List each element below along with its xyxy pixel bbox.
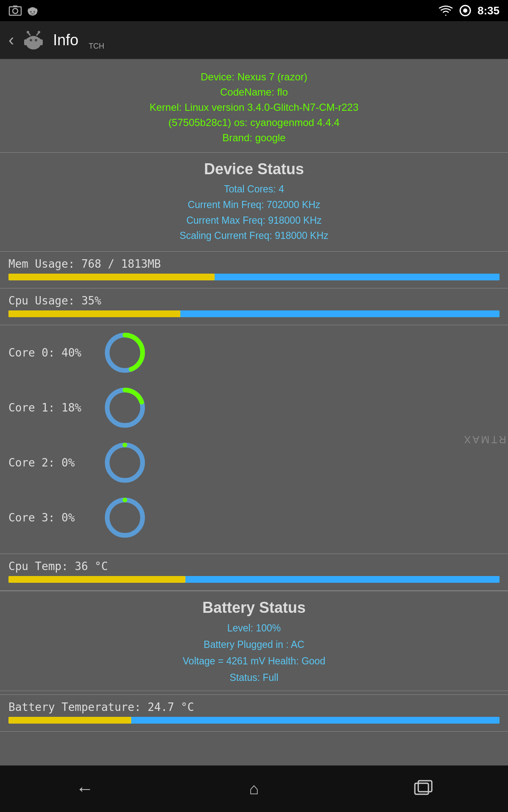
device-status-header: Device Status Total Cores: 4 Current Min…	[0, 153, 508, 252]
status-time: 8:35	[478, 4, 500, 17]
battery-level: Level: 100%	[0, 620, 508, 636]
svg-point-18	[27, 31, 29, 33]
top-bar: ‹ Info TCH	[0, 21, 508, 59]
svg-point-6	[30, 11, 32, 13]
sync-icon	[459, 4, 472, 17]
core-row-0: Core 0: 40%	[8, 329, 500, 376]
svg-point-19	[38, 31, 40, 33]
svg-rect-30	[415, 783, 428, 794]
status-left-icons	[8, 5, 39, 16]
svg-rect-21	[40, 39, 43, 45]
cpu-usage-section: Cpu Usage: 35%	[0, 288, 508, 325]
cores-container: Core 0: 40% Core 1: 18% Core 2: 0%	[8, 329, 500, 541]
home-nav-button[interactable]: ⌂	[237, 772, 271, 806]
cpu-usage-label: Cpu Usage: 35%	[8, 294, 500, 307]
battery-status-title: Battery Status	[0, 599, 508, 617]
svg-point-15	[35, 39, 37, 41]
status-bar: 8:35	[0, 0, 508, 21]
page-title: Info	[53, 31, 78, 49]
mem-usage-section: Mem Usage: 768 / 1813MB	[0, 252, 508, 288]
battery-plugged: Battery Plugged in : AC	[0, 636, 508, 653]
device-line1: Device: Nexus 7 (razor)	[8, 69, 500, 85]
core-ring-3	[102, 494, 148, 541]
core-label-2: Core 2: 0%	[8, 456, 102, 469]
cpu-usage-bar	[8, 310, 500, 317]
svg-point-7	[33, 11, 35, 13]
device-line2: CodeName: flo	[8, 85, 500, 100]
back-button[interactable]: ‹	[8, 30, 14, 49]
status-right-icons: 8:35	[439, 4, 500, 17]
battery-temp-label: Battery Temperature: 24.7 °C	[8, 701, 500, 713]
battery-status-header: Battery Status Level: 100% Battery Plugg…	[0, 591, 508, 694]
battery-temp-section: Battery Temperature: 24.7 °C	[0, 695, 508, 732]
max-freq: Current Max Freq: 918000 KHz	[0, 213, 508, 228]
smartmax-label: SMARTMAX	[462, 433, 508, 445]
cpu-temp-label: Cpu Temp: 36 °C	[8, 560, 500, 573]
mem-usage-label: Mem Usage: 768 / 1813MB	[8, 258, 500, 270]
core-row-2: Core 2: 0%	[8, 439, 500, 486]
total-cores: Total Cores: 4	[0, 181, 508, 197]
cat-icon	[26, 5, 39, 16]
svg-rect-13	[26, 38, 41, 46]
device-line5: Brand: google	[8, 130, 500, 145]
cpu-temp-bar	[8, 576, 500, 583]
mem-usage-bar	[8, 274, 500, 280]
device-line4: (57505b28c1) os: cyanogenmod 4.4.4	[8, 115, 500, 130]
svg-point-14	[30, 39, 32, 41]
core-label-0: Core 0: 40%	[8, 346, 102, 359]
bottom-spacer	[0, 732, 508, 749]
svg-point-28	[107, 500, 143, 535]
svg-rect-20	[24, 39, 27, 45]
android-icon	[22, 28, 45, 52]
core-ring-0	[102, 329, 148, 376]
min-freq: Current Min Freq: 702000 KHz	[0, 197, 508, 213]
svg-point-11	[463, 8, 467, 13]
main-content: Device: Nexus 7 (razor) CodeName: flo Ke…	[0, 59, 508, 765]
screenshot-icon	[8, 5, 22, 16]
core-ring-1	[102, 384, 148, 431]
battery-voltage: Voltage = 4261 mV Health: Good	[0, 653, 508, 669]
core-label-3: Core 3: 0%	[8, 511, 102, 524]
device-line3: Kernel: Linux version 3.4.0-Glitch-N7-CM…	[8, 100, 500, 115]
tch-label: TCH	[88, 42, 104, 51]
svg-rect-31	[418, 781, 432, 792]
core-row-1: Core 1: 18%	[8, 384, 500, 431]
wifi-icon	[439, 5, 453, 16]
core-row-3: Core 3: 0%	[8, 494, 500, 541]
core-ring-2	[102, 439, 148, 486]
battery-status-text: Status: Full	[0, 669, 508, 686]
svg-point-1	[13, 8, 18, 14]
battery-temp-bar	[8, 717, 500, 724]
recent-nav-button[interactable]	[406, 772, 440, 806]
device-status-title: Device Status	[0, 160, 508, 178]
device-info-section: Device: Nexus 7 (razor) CodeName: flo Ke…	[0, 59, 508, 153]
scaling-freq: Scaling Current Freq: 918000 KHz	[0, 228, 508, 244]
svg-rect-2	[13, 5, 17, 7]
recents-icon	[413, 780, 434, 798]
svg-point-26	[107, 445, 143, 480]
nav-bar: ← ⌂	[0, 765, 508, 812]
core-label-1: Core 1: 18%	[8, 401, 102, 414]
cpu-temp-section: Cpu Temp: 36 °C	[0, 554, 508, 591]
cores-section: Core 0: 40% Core 1: 18% Core 2: 0%	[0, 325, 508, 554]
back-nav-button[interactable]: ←	[68, 772, 102, 806]
